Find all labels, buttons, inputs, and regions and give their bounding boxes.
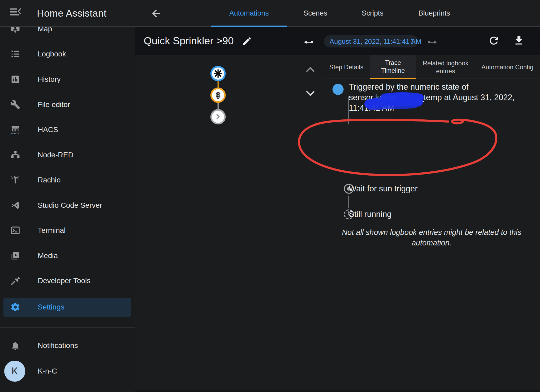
sidebar-divider	[0, 327, 135, 328]
tab-blueprints[interactable]: Blueprints	[402, 0, 467, 27]
sidebar-item-settings[interactable]: Settings	[0, 298, 135, 317]
sidebar-item-label: Terminal	[38, 226, 66, 235]
user-name-label: K-n-C	[38, 367, 57, 375]
graph-node-condition[interactable]	[210, 88, 226, 103]
sidebar-item-media[interactable]: Media	[0, 246, 135, 265]
tab-automations[interactable]: Automations	[211, 0, 287, 27]
sidebar-item-notifications[interactable]: Notifications	[0, 336, 135, 355]
trace-tab-label: Automation Config	[481, 63, 533, 71]
sidebar: Map Logbook History File editor	[0, 0, 135, 392]
trace-timeline-panel: Triggered by the numeric state of sensor…	[323, 79, 540, 390]
timeline-entry-wait: Wait for sun trigger	[349, 183, 418, 194]
logbook-icon	[10, 49, 20, 59]
sidebar-header: Home Assistant	[0, 0, 135, 27]
sidebar-item-label: Notifications	[38, 341, 78, 350]
timeline-trigger-dot	[332, 84, 344, 95]
vscode-icon	[10, 200, 20, 210]
sidebar-item-label: File editor	[38, 100, 70, 109]
hammer-icon	[10, 276, 20, 286]
sidebar-item-label: Developer Tools	[38, 277, 90, 285]
wrench-icon	[10, 100, 20, 110]
gear-icon	[10, 302, 20, 312]
refresh-icon[interactable]	[488, 35, 500, 48]
logbook-note: Not all shown logbook entries might be r…	[336, 227, 527, 248]
trace-card: Step Details Trace Timeline Related logb…	[135, 55, 540, 390]
hacs-store-icon: HACS	[10, 125, 20, 135]
sidebar-item-studio-code-server[interactable]: Studio Code Server	[0, 196, 135, 215]
sidebar-item-label: Rachio	[38, 176, 61, 184]
sidebar-item-label: Media	[38, 251, 58, 260]
sidebar-item-label: Settings	[38, 303, 64, 311]
trace-tab-related-logbook-entries[interactable]: Related logbook entries	[416, 55, 475, 79]
history-chart-icon	[10, 74, 20, 84]
tab-label: Automations	[229, 9, 269, 17]
trace-tab-label: Trace Timeline	[373, 59, 413, 75]
timeline-connector	[348, 96, 349, 124]
sidebar-item-node-red[interactable]: Node-RED	[0, 146, 135, 164]
entity-link[interactable]: .kcaan	[373, 93, 397, 102]
sidebar-item-label: Node-RED	[38, 151, 73, 159]
trace-tab-trace-timeline[interactable]: Trace Timeline	[370, 55, 416, 79]
tab-label: Blueprints	[418, 9, 450, 17]
timeline-entry-still-running: Still running	[349, 209, 392, 220]
tab-label: Scripts	[362, 9, 384, 17]
sidebar-item-label: HACS	[38, 125, 58, 134]
download-icon[interactable]	[513, 35, 525, 47]
graph-node-trigger[interactable]	[210, 66, 226, 81]
previous-trace-icon[interactable]	[303, 36, 314, 49]
sidebar-item-label: Logbook	[38, 50, 66, 58]
unfold-more-icon	[408, 37, 416, 46]
trace-tab-label: Related logbook entries	[420, 59, 471, 75]
app-title: Home Assistant	[37, 0, 107, 27]
tab-scenes[interactable]: Scenes	[287, 0, 344, 27]
sidebar-item-label: Studio Code Server	[38, 201, 102, 210]
trigger-text-line2: sensor.kcaan_temp at August 31, 2022,	[349, 92, 515, 103]
next-trace-icon[interactable]	[427, 36, 438, 49]
sidebar-item-label: History	[38, 75, 61, 84]
avatar-initial: K	[12, 366, 18, 377]
bell-icon	[10, 341, 20, 351]
sidebar-toggle-button[interactable]	[8, 6, 23, 21]
tab-scripts[interactable]: Scripts	[344, 0, 402, 27]
edit-pencil-icon[interactable]	[242, 36, 252, 47]
sidebar-item-developer-tools[interactable]: Developer Tools	[0, 271, 135, 290]
trace-tab-label: Step Details	[329, 63, 363, 71]
main-header: Automations Scenes Scripts Blueprints	[135, 0, 540, 27]
active-tab-underline	[211, 26, 287, 27]
timeline-connector	[348, 196, 349, 208]
graph-node-action[interactable]	[210, 109, 226, 124]
graph-move-up-icon[interactable]	[305, 65, 316, 74]
trace-toolbar: Quick Sprinkler >90 August 31, 2022, 11:…	[135, 27, 540, 55]
sidebar-item-logbook[interactable]: Logbook	[0, 45, 135, 64]
sidebar-item-rachio[interactable]: Rachio	[0, 171, 135, 190]
trace-tab-automation-config[interactable]: Automation Config	[475, 55, 540, 79]
sidebar-item-history[interactable]: History	[0, 70, 135, 89]
terminal-icon	[10, 225, 20, 235]
trigger-text-line3: 11:41:41 AM	[349, 103, 515, 113]
svg-text:HACS: HACS	[11, 132, 20, 135]
avatar[interactable]: K	[4, 361, 25, 382]
automation-title: Quick Sprinkler >90	[144, 27, 234, 55]
trace-tabbar: Step Details Trace Timeline Related logb…	[323, 55, 540, 79]
tab-label: Scenes	[303, 9, 327, 17]
sidebar-item-terminal[interactable]: Terminal	[0, 221, 135, 240]
trace-tab-step-details[interactable]: Step Details	[323, 55, 370, 79]
media-play-icon	[10, 251, 20, 261]
sitemap-icon	[10, 150, 20, 160]
sidebar-item-file-editor[interactable]: File editor	[0, 95, 135, 114]
trace-timestamp-select[interactable]: August 31, 2022, 11:41:41 AM	[324, 35, 418, 47]
sprinkler-icon	[10, 175, 20, 185]
sidebar-item-hacs[interactable]: HACS HACS	[0, 120, 135, 139]
trigger-text-line1: Triggered by the numeric state of	[349, 82, 515, 92]
home-assistant-window: Map Logbook History File editor	[0, 0, 540, 392]
entity-prefix: sensor	[349, 93, 373, 102]
graph-move-down-icon[interactable]	[305, 90, 316, 99]
trigger-text-line2-rest: _temp at August 31, 2022,	[419, 93, 515, 102]
wait-step-label: Wait for sun trigger	[349, 184, 418, 193]
still-running-label: Still running	[349, 210, 392, 219]
back-arrow-icon[interactable]	[150, 8, 162, 20]
timeline-entry-triggered: Triggered by the numeric state of sensor…	[349, 82, 515, 113]
trace-timestamp-value: August 31, 2022, 11:41:41 AM	[330, 37, 421, 46]
